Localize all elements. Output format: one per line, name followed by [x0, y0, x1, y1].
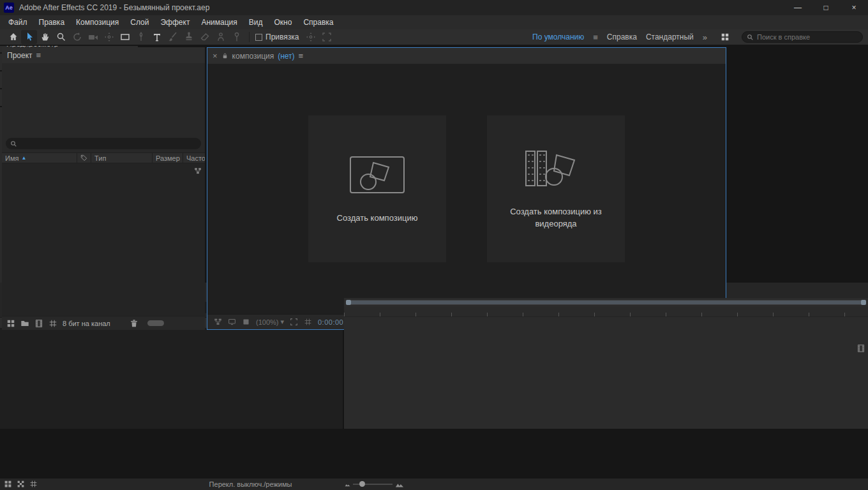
close-tab-icon[interactable]: × [213, 51, 218, 61]
workspace-tab-default[interactable]: По умолчанию [532, 33, 584, 41]
column-framerate[interactable]: Частота ... [183, 153, 205, 163]
clone-stamp-tool[interactable] [181, 30, 197, 44]
footage-composition-icon [521, 147, 591, 189]
column-type[interactable]: Тип [91, 153, 153, 163]
selection-tool[interactable] [21, 30, 37, 44]
menu-help[interactable]: Справка [297, 18, 339, 27]
snap-bounds-button[interactable] [318, 30, 334, 44]
help-search-box[interactable] [742, 31, 863, 43]
brush-tool[interactable] [165, 30, 181, 44]
toggle-inout-pane-icon[interactable] [29, 480, 38, 488]
menu-file[interactable]: Файл [3, 18, 33, 27]
footer-scroll-thumb[interactable] [147, 320, 164, 326]
puppet-pin-tool[interactable] [228, 30, 244, 44]
project-search-box[interactable] [6, 138, 201, 149]
time-navigator-bar[interactable] [351, 301, 861, 304]
zoom-slider-handle[interactable] [359, 481, 365, 487]
snap-label[interactable]: Привязка [266, 33, 299, 41]
zoom-slider-track[interactable] [353, 484, 393, 485]
bit-depth-label[interactable]: 8 бит на канал [63, 320, 110, 327]
workspace-switcher-button[interactable] [717, 30, 733, 44]
search-icon [10, 140, 17, 147]
menu-composition[interactable]: Композиция [70, 18, 124, 27]
toggle-transfer-pane-icon[interactable] [17, 480, 25, 488]
pan-behind-tool[interactable] [101, 30, 117, 44]
column-label-color[interactable] [77, 153, 91, 163]
magnification-control[interactable]: (100%) ▾ [256, 318, 284, 326]
time-ruler[interactable] [344, 307, 868, 317]
toggle-switches-pane-icon[interactable] [4, 480, 12, 488]
interpret-footage-icon[interactable] [6, 319, 15, 328]
workspace-menu-icon[interactable]: ≡ [593, 33, 598, 42]
timeline-track-area[interactable] [344, 317, 868, 429]
shape-tool[interactable] [117, 30, 133, 44]
project-panel: Проект ≡ Имя ▲ Тип Размер Частота ... 8 … [2, 47, 205, 330]
toggle-switches-modes-button[interactable]: Перекл. выключ./режимы [160, 480, 341, 488]
composition-tab[interactable]: композиция [232, 52, 274, 61]
home-tool[interactable] [5, 30, 21, 44]
pen-icon [136, 32, 146, 42]
snap-bounds-icon [322, 32, 332, 42]
time-navigator-start-handle[interactable] [346, 300, 351, 305]
lock-icon[interactable] [221, 52, 228, 59]
new-composition-card[interactable]: Создать композицию [308, 115, 446, 262]
time-navigator-end-handle[interactable] [861, 300, 866, 305]
maximize-button[interactable]: □ [812, 0, 840, 15]
new-folder-icon[interactable] [20, 319, 29, 328]
project-panel-menu-icon[interactable]: ≡ [36, 50, 41, 60]
camera-tool[interactable] [85, 30, 101, 44]
pen-tool[interactable] [133, 30, 149, 44]
zoom-out-mountain-icon[interactable] [345, 482, 350, 487]
project-tab-bar: Проект ≡ [2, 47, 205, 63]
project-column-headers: Имя ▲ Тип Размер Частота ... [2, 152, 205, 163]
menu-window[interactable]: Окно [268, 18, 297, 27]
grid-guides-icon[interactable] [304, 318, 312, 326]
type-tool[interactable] [149, 30, 165, 44]
tag-icon [80, 154, 87, 161]
menu-view[interactable]: Вид [243, 18, 269, 27]
mini-flowchart-icon[interactable] [194, 167, 202, 175]
composition-panel-menu-icon[interactable]: ≡ [299, 51, 304, 61]
menu-animation[interactable]: Анимация [195, 18, 243, 27]
monitor-icon[interactable] [228, 318, 236, 326]
workspace-tab-help[interactable]: Справка [607, 33, 637, 41]
column-size[interactable]: Размер [153, 153, 183, 163]
new-composition-icon[interactable] [34, 319, 43, 328]
hand-tool[interactable] [37, 30, 53, 44]
project-footer: 8 бит на канал [2, 316, 205, 330]
composition-tab-bar: × композиция (нет) ≡ [207, 48, 726, 64]
zoom-in-mountain-icon[interactable] [395, 480, 404, 489]
snap-checkbox[interactable] [255, 34, 262, 41]
project-item-list[interactable] [2, 163, 205, 316]
menu-layer[interactable]: Слой [124, 18, 154, 27]
window-title: Adobe After Effects CC 2019 - Безымянный… [19, 3, 209, 12]
roto-brush-tool[interactable] [213, 30, 228, 44]
close-button[interactable]: × [840, 0, 868, 15]
rectangle-icon [120, 32, 130, 42]
workspace-overflow-chevrons[interactable]: » [703, 33, 708, 42]
zoom-tool[interactable] [53, 30, 69, 44]
menu-effect[interactable]: Эффект [154, 18, 195, 27]
minimize-button[interactable]: — [784, 0, 812, 15]
trash-icon[interactable] [130, 319, 138, 328]
project-search-input[interactable] [20, 140, 197, 147]
safe-margins-icon[interactable] [290, 318, 298, 326]
magnification-value: (100%) [256, 318, 278, 326]
workspace-tab-standard[interactable]: Стандартный [646, 33, 694, 41]
new-composition-from-footage-card[interactable]: Создать композицию из видеоряда [487, 115, 625, 262]
help-search-input[interactable] [757, 33, 858, 41]
eraser-tool[interactable] [197, 30, 213, 44]
mini-flowchart-icon[interactable] [214, 318, 222, 326]
project-panel-tab[interactable]: Проект [7, 51, 33, 60]
time-navigator-track[interactable] [346, 300, 866, 305]
new-composition-from-footage-label: Создать композицию из видеоряда [502, 206, 610, 230]
rotation-tool[interactable] [69, 30, 85, 44]
project-settings-icon[interactable] [49, 319, 57, 328]
column-name[interactable]: Имя ▲ [2, 153, 77, 163]
caret-down-icon: ▾ [280, 318, 284, 326]
snap-options-button[interactable] [303, 30, 318, 44]
timeline-layer-list[interactable] [0, 329, 343, 429]
composition-button-icon[interactable] [857, 344, 865, 353]
channel-swatch-icon[interactable] [242, 318, 250, 326]
menu-edit[interactable]: Правка [33, 18, 71, 27]
